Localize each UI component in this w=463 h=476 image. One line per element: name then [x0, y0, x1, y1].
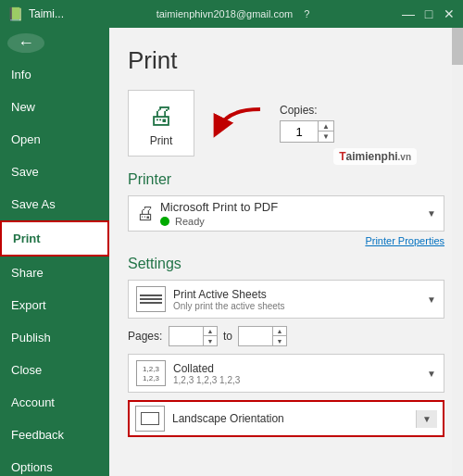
orientation-icon [135, 406, 165, 432]
pages-from-up[interactable]: ▲ [204, 327, 217, 336]
printer-name: Microsoft Print to PDF [160, 200, 427, 214]
copies-up-arrow[interactable]: ▲ [319, 121, 333, 132]
orientation-dropdown-arrow: ▼ [416, 410, 437, 428]
titlebar-center: taimienphivn2018@gmail.com ? [156, 8, 310, 19]
printer-status-row: Ready [160, 216, 427, 227]
sidebar-item-close[interactable]: Close [0, 354, 109, 386]
sidebar-item-new[interactable]: New [0, 91, 109, 123]
pages-label: Pages: [128, 330, 163, 343]
excel-icon: 📗 [7, 6, 23, 21]
sidebar-item-publish[interactable]: Publish [0, 321, 109, 354]
help-button[interactable]: ? [304, 8, 309, 19]
pages-to-spinner[interactable]: ▲ ▼ [238, 326, 287, 346]
printer-device-icon: 🖨 [136, 203, 155, 224]
pages-from-arrows: ▲ ▼ [203, 327, 217, 345]
watermark-suffix: .vn [398, 152, 411, 162]
collated-text: Collated 1,2,3 1,2,3 1,2,3 [173, 362, 419, 385]
copies-label: Copies: [280, 104, 334, 117]
back-button[interactable]: ← [7, 33, 44, 53]
sidebar-bottom: Account Feedback Options [0, 386, 109, 476]
print-sheets-dropdown[interactable]: Print Active Sheets Only print the activ… [128, 280, 444, 319]
status-dot [160, 217, 169, 226]
copies-spinner[interactable]: ▲ ▼ [280, 120, 334, 143]
printer-section-header: Printer [128, 171, 444, 188]
sidebar-item-save[interactable]: Save [0, 156, 109, 188]
collated-desc: 1,2,3 1,2,3 1,2,3 [173, 375, 419, 385]
print-top-row: 🖨 Print Copies: [128, 90, 444, 157]
printer-dropdown-arrow: ▼ [427, 208, 436, 219]
watermark-rest: aimienphi [346, 150, 398, 163]
pages-from-spinner[interactable]: ▲ ▼ [169, 326, 218, 346]
copies-down-arrow[interactable]: ▼ [319, 132, 333, 142]
pages-to-up[interactable]: ▲ [273, 327, 286, 336]
close-button[interactable]: ✕ [443, 7, 456, 20]
pages-to-down[interactable]: ▼ [273, 336, 286, 345]
print-button-label: Print [150, 134, 173, 147]
printer-icon: 🖨 [148, 100, 174, 131]
red-arrow-container [209, 100, 265, 146]
sidebar-item-share[interactable]: Share [0, 257, 109, 289]
collated-label: Collated [173, 362, 419, 375]
maximize-button[interactable]: □ [422, 7, 435, 20]
collated-dropdown-arrow: ▼ [427, 369, 436, 379]
sidebar-item-options[interactable]: Options [0, 451, 109, 476]
sheets-dropdown-arrow: ▼ [427, 294, 436, 305]
print-active-desc: Only print the active sheets [173, 301, 419, 311]
print-sheets-icon [136, 286, 166, 312]
scrollbar-thumb[interactable] [452, 28, 463, 65]
pages-from-input[interactable] [169, 330, 203, 343]
content-area: Taimienphi.vn Print 🖨 Print [109, 28, 463, 476]
to-label: to [223, 330, 232, 343]
pages-from-down[interactable]: ▼ [204, 336, 217, 345]
print-active-label: Print Active Sheets [173, 288, 419, 301]
sidebar-item-feedback[interactable]: Feedback [0, 419, 109, 451]
printer-status: Ready [175, 216, 205, 227]
copies-row: Copies: ▲ ▼ [280, 104, 334, 143]
watermark-T: T [339, 150, 345, 163]
print-sheets-text: Print Active Sheets Only print the activ… [173, 288, 419, 311]
copies-input[interactable] [281, 125, 318, 139]
copies-arrows: ▲ ▼ [318, 121, 333, 142]
sidebar-item-save-as[interactable]: Save As [0, 188, 109, 220]
page-title: Print [128, 46, 444, 75]
pages-to-arrows: ▲ ▼ [272, 327, 286, 345]
pages-row: Pages: ▲ ▼ to ▲ ▼ [128, 326, 444, 346]
print-button[interactable]: 🖨 Print [128, 90, 194, 157]
printer-dropdown[interactable]: 🖨 Microsoft Print to PDF Ready ▼ [128, 195, 444, 232]
titlebar-right: — □ ✕ [402, 7, 456, 20]
printer-info: Microsoft Print to PDF Ready [160, 200, 427, 227]
email: taimienphivn2018@gmail.com [156, 8, 294, 19]
orientation-label: Landscape Orientation [172, 412, 408, 425]
scrollbar-track[interactable] [452, 28, 463, 476]
titlebar: 📗 Taimi... taimienphivn2018@gmail.com ? … [0, 0, 463, 28]
pages-to-input[interactable] [239, 330, 272, 343]
titlebar-left: 📗 Taimi... [7, 6, 64, 21]
sidebar-item-account[interactable]: Account [0, 386, 109, 419]
minimize-button[interactable]: — [402, 7, 415, 20]
filename: Taimi... [29, 7, 64, 20]
collated-dropdown[interactable]: 1,2,3 1,2,3 Collated 1,2,3 1,2,3 1,2,3 ▼ [128, 354, 444, 393]
red-arrow-icon [209, 100, 265, 146]
sidebar-item-export[interactable]: Export [0, 289, 109, 321]
watermark: Taimienphi.vn [333, 148, 417, 165]
sidebar-item-info[interactable]: Info [0, 58, 109, 91]
settings-section-header: Settings [128, 256, 444, 272]
main-layout: ← Info New Open Save Save As Print Share… [0, 28, 463, 476]
sidebar-item-open[interactable]: Open [0, 123, 109, 156]
sidebar-item-print[interactable]: Print [0, 220, 109, 257]
printer-properties-link[interactable]: Printer Properties [128, 235, 444, 246]
collated-icon: 1,2,3 1,2,3 [136, 360, 166, 386]
sidebar: ← Info New Open Save Save As Print Share… [0, 28, 109, 476]
orientation-dropdown[interactable]: Landscape Orientation ▼ [128, 400, 444, 437]
